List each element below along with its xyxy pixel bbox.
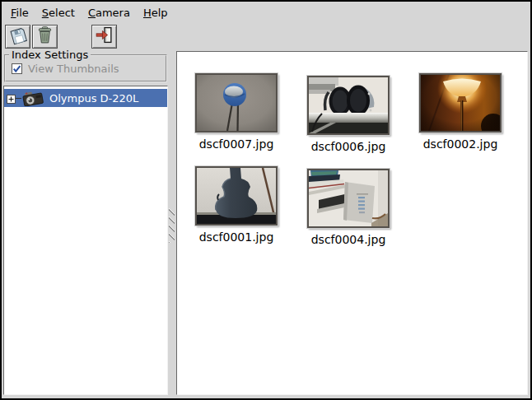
app-window: File Select Camera Help [0, 0, 532, 400]
thumbnail-filename: dscf0001.jpg [199, 230, 274, 244]
thumbnail-dscf0006[interactable]: dscf0006.jpg [307, 73, 390, 153]
save-button[interactable] [5, 25, 30, 49]
thumbnail-photo-capacitor [195, 73, 278, 133]
menu-item-camera[interactable]: Camera [82, 3, 137, 22]
thumbnail-grid: dscf0007.jpg [177, 52, 527, 246]
index-settings-frame: Index Settings View Thumbnails [4, 54, 167, 82]
thumbnail-photo-guitar-case [195, 166, 278, 226]
index-settings-title: Index Settings [9, 49, 91, 61]
menu-bar: File Select Camera Help [2, 2, 530, 23]
thumbnail-dscf0004[interactable]: dscf0004.jpg [307, 166, 390, 246]
thumbnail-dscf0001[interactable]: dscf0001.jpg [195, 166, 278, 246]
exit-door-icon [95, 26, 114, 47]
menu-item-select[interactable]: Select [35, 3, 82, 22]
thumbnail-panel: dscf0007.jpg [176, 51, 528, 395]
pane-splitter[interactable] [168, 51, 176, 395]
view-thumbnails-label: View Thumbnails [28, 63, 119, 75]
tree-expander-icon[interactable] [7, 94, 16, 103]
thumbnail-photo-lamp [419, 73, 502, 133]
thumbnail-filename: dscf0007.jpg [199, 137, 274, 151]
exit-button[interactable] [91, 25, 117, 49]
floppy-disk-icon [8, 26, 28, 48]
menu-item-file[interactable]: File [4, 3, 35, 22]
checkbox-icon [12, 63, 22, 74]
trash-icon [35, 26, 54, 47]
tree-item-label: Olympus D-220L [49, 92, 138, 105]
thumbnail-photo-printer [307, 169, 390, 228]
splitter-grip-icon [169, 208, 175, 243]
delete-button[interactable] [32, 25, 58, 49]
thumbnail-dscf0007[interactable]: dscf0007.jpg [195, 73, 278, 153]
tree-item-olympus-d220l[interactable]: Olympus D-220L [4, 89, 167, 107]
thumbnail-filename: dscf0004.jpg [311, 233, 386, 246]
menu-item-help[interactable]: Help [137, 3, 175, 22]
thumbnail-photo-headphones [307, 76, 390, 135]
thumbnail-dscf0002[interactable]: dscf0002.jpg [419, 73, 502, 153]
camera-icon [22, 91, 44, 106]
tree-connector-line [16, 98, 21, 99]
thumbnail-filename: dscf0002.jpg [423, 137, 498, 151]
thumbnail-filename: dscf0006.jpg [311, 140, 386, 153]
toolbar [2, 23, 530, 49]
camera-tree: Olympus D-220L [3, 86, 168, 395]
